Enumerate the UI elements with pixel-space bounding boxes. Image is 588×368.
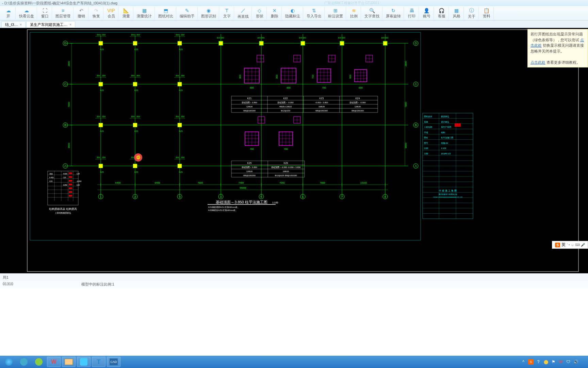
svg-text:屋面: 屋面 — [49, 173, 53, 175]
svg-text:Φ8@100/200: Φ8@100/200 — [352, 110, 364, 112]
taskbar-app-3[interactable] — [77, 357, 91, 367]
tray-clock[interactable] — [581, 359, 586, 365]
tray-wps-icon[interactable]: W — [558, 359, 564, 365]
svg-rect-46 — [99, 41, 103, 45]
taskbar-wps[interactable]: W — [47, 357, 61, 367]
ribbon-测量[interactable]: 📐测量 — [119, 7, 133, 19]
svg-text:7: 7 — [341, 195, 343, 199]
ribbon-撤销[interactable]: ↶撤销 — [74, 7, 88, 19]
ribbon-资料[interactable]: 📋资料 — [479, 7, 494, 19]
svg-text:700: 700 — [250, 148, 254, 150]
ime-indicator[interactable]: S 英 ' • ☺ ⌨ 🎤 — [552, 241, 588, 249]
svg-rect-108 — [259, 41, 263, 45]
ribbon-关于[interactable]: ⓘ关于 — [464, 7, 479, 19]
svg-text:Φ8@100/200: Φ8@100/200 — [243, 174, 256, 177]
ribbon-画直线[interactable]: ／画直线 — [235, 7, 252, 19]
ribbon-icon: ✎ — [184, 7, 191, 13]
ribbon-形状[interactable]: ◇形状 — [252, 7, 267, 19]
svg-text:某生产车间: 某生产车间 — [441, 126, 451, 128]
ribbon-图纸对比[interactable]: ⬒图纸对比 — [156, 7, 176, 19]
svg-text:350: 350 — [176, 34, 179, 36]
svg-text:300 300: 300 300 — [299, 37, 306, 39]
ribbon-编辑助手[interactable]: ✎编辑助手 — [177, 7, 198, 19]
svg-text:7800: 7800 — [320, 182, 325, 184]
ribbon-恢复[interactable]: ↷恢复 — [89, 7, 103, 19]
tab-close-icon[interactable]: × — [20, 23, 22, 27]
svg-text:350: 350 — [102, 156, 106, 158]
svg-text:350: 350 — [131, 116, 135, 118]
ribbon-比例[interactable]: ≋比例 — [347, 7, 361, 19]
svg-text:700: 700 — [322, 87, 326, 89]
svg-text:图纸目录: 图纸目录 — [424, 116, 432, 118]
ribbon-icon: ↷ — [93, 7, 100, 13]
ribbon-会员[interactable]: VIP会员 — [104, 7, 118, 19]
svg-text:12Φ20: 12Φ20 — [246, 170, 253, 172]
ribbon-图形识别[interactable]: ◉图形识别 — [198, 7, 219, 19]
svg-text:图号: 图号 — [424, 142, 428, 144]
tray-shield-icon[interactable]: 🛡 — [566, 359, 571, 365]
ribbon-客服[interactable]: 🎧客服 — [435, 7, 449, 19]
document-tab[interactable]: 结_t3…× — [1, 21, 26, 28]
taskbar-app-4[interactable]: T — [92, 357, 105, 367]
ribbon-文字[interactable]: T文字 — [220, 7, 234, 19]
svg-rect-51 — [133, 41, 137, 45]
system-tray[interactable]: ^ S ? ⬤ ⚑ W 🛡 🔊 — [521, 359, 586, 365]
tab-close-icon[interactable]: × — [69, 23, 71, 27]
taskbar-app-2[interactable] — [32, 357, 46, 367]
tip-link-2[interactable]: 点击此处 — [530, 60, 545, 64]
svg-text:工程名称: 工程名称 — [424, 126, 432, 128]
drawing-canvas[interactable]: 12345678DDCCBBAA350350KZ5350350KZ5350350… — [0, 28, 588, 273]
svg-text:300 300: 300 300 — [381, 37, 389, 39]
ribbon-删除[interactable]: ✕删除 — [267, 7, 282, 19]
ribbon-窗口[interactable]: ⛶窗口 — [38, 7, 52, 19]
ribbon-风格[interactable]: ▦风格 — [450, 7, 464, 19]
start-button[interactable] — [2, 357, 16, 367]
taskbar-cad[interactable]: CAD — [107, 357, 120, 367]
ribbon-导入导出[interactable]: ⇅导入导出 — [304, 7, 325, 19]
tray-help-icon[interactable]: ? — [536, 359, 541, 365]
taskbar-explorer[interactable] — [62, 357, 76, 367]
svg-text:KZ4: KZ4 — [356, 97, 360, 99]
tray-vol-icon[interactable]: 🔊 — [573, 359, 578, 365]
ribbon-隐藏标注[interactable]: ◐隐藏标注 — [282, 7, 303, 19]
svg-text:7800: 7800 — [68, 102, 70, 107]
svg-rect-325 — [455, 123, 461, 127]
ribbon-标注设置[interactable]: ⊞标注设置 — [325, 7, 346, 19]
ribbon-icon: ⓘ — [468, 7, 475, 14]
svg-text:800: 800 — [287, 87, 291, 89]
ribbon-测量统计[interactable]: ▦测量统计 — [134, 7, 155, 19]
ribbon-icon: VIP — [108, 7, 115, 13]
ribbon-账号[interactable]: 👤账号 — [420, 7, 434, 19]
ribbon-icon: ☁ — [5, 7, 12, 13]
svg-text:350: 350 — [136, 116, 140, 118]
tray-icon[interactable]: ^ — [521, 359, 526, 365]
svg-rect-66 — [133, 82, 137, 86]
document-tab[interactable]: 某生产车间建筑施工…× — [26, 21, 75, 28]
svg-text:4.800: 4.800 — [63, 173, 67, 175]
ime-logo-icon: S — [555, 243, 560, 247]
svg-text:2800: 2800 — [405, 61, 407, 66]
svg-text:12Φ25: 12Φ25 — [355, 106, 361, 108]
taskbar-app-1[interactable] — [17, 357, 31, 367]
ribbon-屏幕旋转[interactable]: ↻屏幕旋转 — [383, 7, 404, 19]
ribbon-快看云盘[interactable]: ☁快看云盘 — [16, 7, 37, 19]
ribbon-打印[interactable]: 🖶打印 — [405, 7, 419, 19]
tray-flag-icon[interactable]: ⚑ — [551, 359, 556, 365]
ribbon-文字查找[interactable]: 🔍文字查找 — [362, 7, 382, 19]
svg-text:350: 350 — [181, 34, 185, 36]
ribbon-icon: T — [224, 7, 230, 13]
ribbon-icon: ✕ — [271, 7, 278, 13]
windows-taskbar[interactable]: W T CAD ^ S ? ⬤ ⚑ W 🛡 🔊 — [0, 356, 588, 368]
ribbon-icon: ⛶ — [42, 7, 48, 13]
ribbon-图层管理[interactable]: ≡图层管理 — [53, 7, 74, 19]
svg-rect-61 — [99, 82, 103, 86]
svg-text:Φ8@100/200: Φ8@100/200 — [315, 110, 328, 112]
document-tabs: 结_t3…×某生产车间建筑施工…× — [0, 20, 588, 28]
tray-sogou-icon[interactable]: S — [528, 359, 534, 365]
svg-rect-96 — [133, 164, 137, 168]
svg-text:6: 6 — [302, 195, 304, 199]
svg-text:D: D — [415, 42, 417, 45]
ribbon-开[interactable]: ☁开 — [1, 7, 16, 19]
tip-panel: 若打开图纸后出现显示异常问题（绿色条烁等），您可以尝试 点击此处 切换显示模无问… — [527, 29, 588, 67]
tray-notif-icon[interactable]: ⬤ — [543, 359, 549, 365]
